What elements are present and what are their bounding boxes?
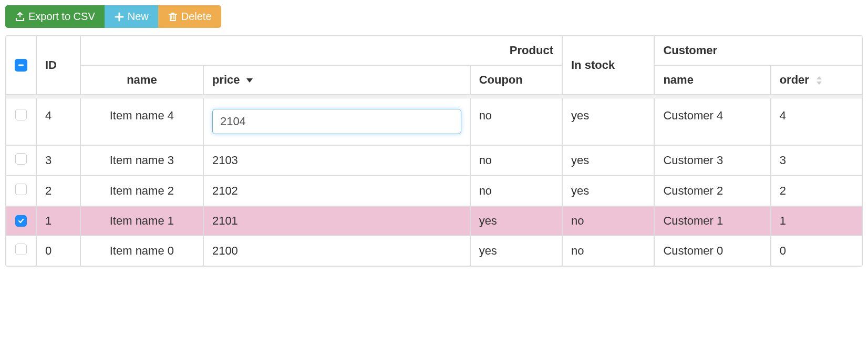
data-table: ID Product In stock Customer name price … [5,35,863,267]
cell-id[interactable]: 2 [36,176,80,206]
cell-customer-name[interactable]: Customer 4 [654,98,770,145]
delete-label: Delete [181,11,212,23]
header-in-stock[interactable]: In stock [562,36,654,95]
cell-order[interactable]: 2 [771,176,862,206]
table-row: 4Item name 4noyesCustomer 44 [6,98,862,145]
delete-button[interactable]: Delete [158,5,221,28]
cell-price[interactable]: 2102 [203,176,470,206]
cell-customer-name[interactable]: Customer 1 [654,206,770,236]
cell-price[interactable]: 2103 [203,145,470,176]
cell-price[interactable]: 2100 [203,236,470,266]
cell-order[interactable]: 1 [771,206,862,236]
cell-order[interactable]: 3 [771,145,862,176]
table-row: 1Item name 12101yesnoCustomer 11 [6,206,862,236]
row-checkbox[interactable] [15,244,27,255]
plus-icon [114,12,125,22]
cell-product-name[interactable]: Item name 1 [80,206,203,236]
cell-customer-name[interactable]: Customer 0 [654,236,770,266]
cell-coupon[interactable]: yes [470,236,562,266]
row-checkbox[interactable] [15,184,27,195]
header-product-name[interactable]: name [80,65,203,95]
cell-product-name[interactable]: Item name 2 [80,176,203,206]
cell-coupon[interactable]: yes [470,206,562,236]
header-price-label: price [212,73,240,86]
row-checkbox[interactable] [15,153,27,165]
new-button[interactable]: New [105,5,158,28]
header-customer-group: Customer [654,36,862,65]
cell-in-stock[interactable]: yes [562,145,654,176]
table-row: 0Item name 02100yesnoCustomer 00 [6,236,862,266]
cell-customer-name[interactable]: Customer 2 [654,176,770,206]
cell-in-stock[interactable]: yes [562,98,654,145]
header-product-price[interactable]: price [203,65,470,95]
toolbar: Export to CSV New Delete [5,5,221,28]
cell-price[interactable]: 2101 [203,206,470,236]
new-label: New [128,11,149,23]
cell-in-stock[interactable]: yes [562,176,654,206]
header-product-coupon[interactable]: Coupon [470,65,562,95]
svg-rect-0 [18,65,24,66]
row-checkbox[interactable] [15,215,27,227]
cell-customer-name[interactable]: Customer 3 [654,145,770,176]
header-id[interactable]: ID [36,36,80,95]
cell-id[interactable]: 3 [36,145,80,176]
export-icon [15,12,25,22]
trash-icon [168,12,178,22]
sort-desc-icon [246,78,253,83]
cell-id[interactable]: 0 [36,236,80,266]
header-select-all [6,36,36,95]
table-row: 3Item name 32103noyesCustomer 33 [6,145,862,176]
header-product-group: Product [80,36,562,65]
cell-coupon[interactable]: no [470,145,562,176]
cell-product-name[interactable]: Item name 3 [80,145,203,176]
export-csv-label: Export to CSV [28,11,95,23]
cell-coupon[interactable]: no [470,98,562,145]
cell-order[interactable]: 4 [771,98,862,145]
sort-both-icon [815,76,823,85]
cell-product-name[interactable]: Item name 0 [80,236,203,266]
header-customer-order[interactable]: order [771,65,862,95]
table-row: 2Item name 22102noyesCustomer 22 [6,176,862,206]
header-customer-name[interactable]: name [654,65,770,95]
cell-price[interactable] [203,98,470,145]
row-checkbox[interactable] [15,109,27,120]
cell-id[interactable]: 4 [36,98,80,145]
export-csv-button[interactable]: Export to CSV [5,5,105,28]
cell-coupon[interactable]: no [470,176,562,206]
cell-id[interactable]: 1 [36,206,80,236]
select-all-checkbox[interactable] [15,59,27,72]
cell-order[interactable]: 0 [771,236,862,266]
cell-in-stock[interactable]: no [562,236,654,266]
cell-product-name[interactable]: Item name 4 [80,98,203,145]
header-order-label: order [780,73,809,86]
price-input[interactable] [212,109,461,134]
cell-in-stock[interactable]: no [562,206,654,236]
